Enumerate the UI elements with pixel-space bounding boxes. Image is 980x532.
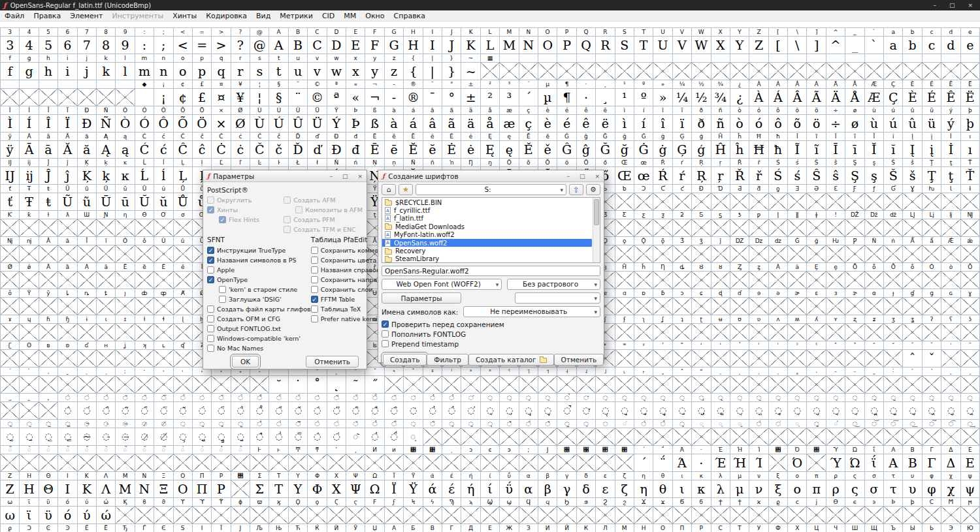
glyph-cell[interactable]: ϒ — [174, 498, 193, 524]
glyph-cell[interactable]: ƾ — [730, 211, 749, 237]
glyph-cell[interactable]: ◌͛ — [826, 420, 845, 446]
glyph-cell[interactable]: ¤¤ — [212, 80, 231, 106]
glyph-cell[interactable]: ʿ — [769, 341, 788, 368]
glyph-cell[interactable]: ÆÆ — [865, 80, 884, 106]
glyph-cell[interactable]: Ƽ — [692, 211, 711, 237]
glyph-cell[interactable]: ȇ — [174, 263, 193, 289]
glyph-cell[interactable]: άά — [423, 472, 442, 498]
glyph-cell[interactable]: ŬŬ — [135, 185, 154, 211]
glyph-cell[interactable] — [577, 54, 596, 80]
glyph-cell[interactable]: __ — [845, 28, 864, 54]
glyph-cell[interactable]: {{ — [404, 54, 423, 80]
glyph-cell[interactable]: ˬ — [653, 368, 672, 394]
glyph-cell[interactable]: ÉÉ — [923, 80, 941, 106]
glyph-cell[interactable]: ʹ — [653, 341, 672, 368]
glyph-cell[interactable] — [769, 54, 788, 80]
glyph-cell[interactable]: II — [423, 28, 442, 54]
glyph-cell[interactable]: Ͳ — [289, 446, 308, 472]
glyph-cell[interactable]: Ƙ — [1, 211, 20, 237]
glyph-cell[interactable]: ŗŗ — [711, 159, 730, 185]
glyph-cell[interactable]: Ǆ — [845, 211, 864, 237]
glyph-cell[interactable]: ÁÁ — [769, 80, 788, 106]
glyph-cell[interactable]: ¹¹ — [615, 80, 634, 106]
glyph-cell[interactable]: ϝ — [385, 498, 404, 524]
glyph-cell[interactable]: ϡ — [461, 498, 480, 524]
glyph-cell[interactable]: ƌ — [749, 185, 768, 211]
glyph-cell[interactable]: ʎ — [807, 315, 826, 341]
glyph-cell[interactable]: ◌͐ — [615, 420, 634, 446]
glyph-cell[interactable]: ͵ — [346, 446, 365, 472]
glyph-cell[interactable]: ˌ — [39, 368, 58, 394]
glyph-cell[interactable]: ϓ — [193, 498, 212, 524]
glyph-cell[interactable]: ǉ — [941, 211, 960, 237]
glyph-cell[interactable]: ğğ — [615, 133, 634, 159]
menu-cid[interactable]: CID — [318, 11, 339, 21]
glyph-cell[interactable]: ŔŔ — [653, 159, 672, 185]
glyph-cell[interactable]: ˙˙ — [289, 368, 308, 394]
glyph-cell[interactable]: ʆ — [653, 315, 672, 341]
glyph-cell[interactable]: ◌͙ — [788, 420, 807, 446]
glyph-cell[interactable]: íí — [634, 106, 653, 133]
glyph-cell[interactable]: ΟΟ — [174, 472, 193, 498]
path-dropdown[interactable]: S: — [416, 184, 566, 195]
glyph-cell[interactable]: NN — [519, 28, 538, 54]
glyph-cell[interactable]: ññ — [711, 106, 730, 133]
glyph-cell[interactable]: ¥¥ — [231, 80, 250, 106]
glyph-cell[interactable]: ºº — [634, 80, 653, 106]
glyph-cell[interactable]: ˑ — [135, 368, 154, 394]
glyph-cell[interactable]: ◌̵◌̵ — [97, 420, 116, 446]
glyph-cell[interactable]: ◌̓◌̓ — [365, 420, 384, 446]
glyph-cell[interactable]: ◌̶◌̶ — [116, 420, 135, 446]
glyph-cell[interactable]: ◌̀◌̀ — [58, 394, 77, 420]
glyph-cell[interactable]: Ǯ — [673, 237, 692, 263]
glyph-cell[interactable] — [730, 54, 749, 80]
file-row[interactable]: $RECYCLE.BIN — [382, 198, 592, 206]
glyph-cell[interactable]: ʈ — [692, 315, 711, 341]
glyph-cell[interactable]: ťť — [1, 185, 20, 211]
glyph-cell[interactable]: ĭĭ — [884, 133, 903, 159]
glyph-cell[interactable]: ΣΣ — [250, 472, 269, 498]
glyph-cell[interactable]: ◌̬◌̬ — [903, 394, 922, 420]
glyph-cell[interactable]: ěě — [538, 133, 557, 159]
glyph-cell[interactable]: ◌͂◌͂ — [346, 420, 365, 446]
glyph-cell[interactable]: ϙ — [308, 498, 327, 524]
glyph-cell[interactable]: ČČ — [250, 133, 269, 159]
glyph-cell[interactable]: К — [577, 524, 596, 532]
glyph-cell[interactable]: ◌̤◌̤ — [749, 394, 768, 420]
checkbox[interactable] — [207, 206, 214, 213]
glyph-cell[interactable]: ǫ — [615, 237, 634, 263]
glyph-cell[interactable]: ˺ — [923, 368, 941, 394]
glyph-cell[interactable]: ȩ — [826, 263, 845, 289]
glyph-cell[interactable]: BB — [289, 28, 308, 54]
glyph-cell[interactable]: Ц — [807, 524, 826, 532]
glyph-cell[interactable]: ◌̚◌̚ — [557, 394, 576, 420]
glyph-cell[interactable]: Ǽ — [941, 237, 960, 263]
glyph-cell[interactable]: îî — [653, 106, 672, 133]
glyph-cell[interactable]: ϗ — [269, 498, 288, 524]
glyph-cell[interactable]: ƍ — [769, 185, 788, 211]
glyph-cell[interactable]: Ј — [231, 524, 250, 532]
glyph-cell[interactable]: Ў — [346, 524, 365, 532]
glyph-cell[interactable]: ◌͉ — [481, 420, 500, 446]
checkbox[interactable] — [207, 247, 214, 254]
glyph-cell[interactable]: Ȩ — [807, 263, 826, 289]
glyph-cell[interactable]: Ɖ — [692, 185, 711, 211]
glyph-cell[interactable]: ˅ — [884, 341, 903, 368]
glyph-cell[interactable]: ˒ — [154, 368, 173, 394]
glyph-cell[interactable]: ǂ — [807, 211, 826, 237]
glyph-cell[interactable]: ΰΰ — [500, 472, 519, 498]
glyph-cell[interactable]: ◌̝◌̝ — [615, 394, 634, 420]
ok-button[interactable]: OK — [232, 356, 259, 368]
glyph-cell[interactable]: ɒ — [634, 289, 653, 315]
glyph-cell[interactable]: ƞ — [116, 211, 135, 237]
glyph-cell[interactable]: Ч — [826, 524, 845, 532]
glyph-cell[interactable]: ff — [1, 54, 20, 80]
checkbox[interactable] — [284, 216, 291, 223]
glyph-cell[interactable]: ϶ — [865, 498, 884, 524]
glyph-cell[interactable]: ŪŪ — [97, 185, 116, 211]
glyph-cell[interactable]: ◌̀◌̀ — [308, 420, 327, 446]
glyph-cell[interactable]: ƽ — [711, 211, 730, 237]
glyph-cell[interactable]: ʚ — [58, 341, 77, 368]
glyph-cell[interactable] — [788, 54, 807, 80]
glyph-cell[interactable]: ŨŨ — [58, 185, 77, 211]
